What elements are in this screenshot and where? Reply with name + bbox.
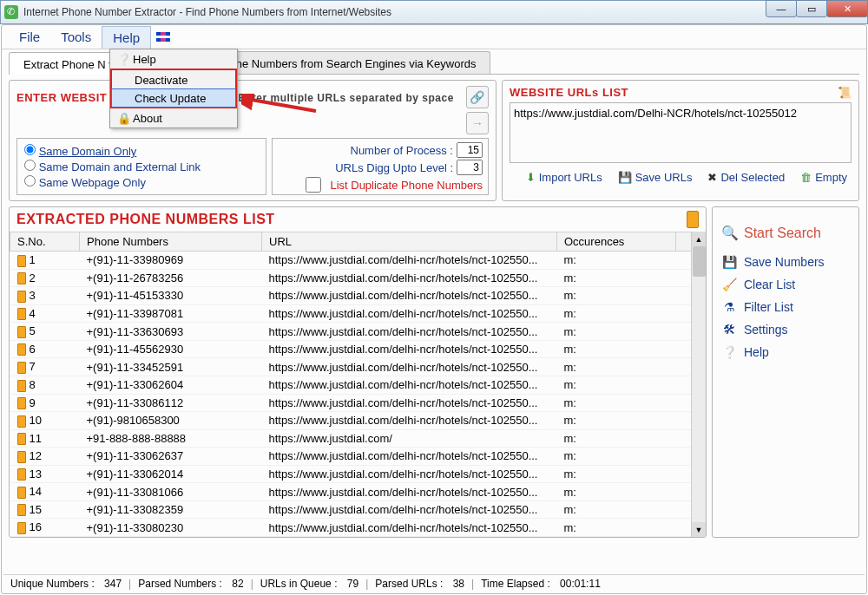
urls-listbox[interactable]: https://www.justdial.com/Delhi-NCR/hotel… (510, 102, 852, 163)
col-url[interactable]: URL (262, 232, 557, 252)
phone-badge-icon (687, 211, 699, 228)
status-time: 00:01:11 (560, 578, 601, 590)
phone-row-icon (17, 415, 26, 428)
statusbar: Unique Numbers : 347| Parsed Numbers : 8… (3, 574, 865, 592)
phone-row-icon (17, 397, 26, 409)
phone-row-icon (17, 272, 26, 284)
go-button[interactable]: → (466, 112, 489, 134)
status-unique-label: Unique Numbers : (10, 578, 95, 590)
status-unique: 347 (104, 578, 122, 590)
col-phone[interactable]: Phone Numbers (80, 232, 262, 252)
import-urls-button[interactable]: ⬇Import URLs (522, 168, 607, 186)
url-hint: Enter multiple URLs separated by space (238, 92, 453, 104)
table-row[interactable]: 9+(91)-11-33086112https://www.justdial.c… (10, 394, 706, 412)
search-icon: 🔍 (721, 225, 737, 241)
opt-same-external[interactable]: Same Domain and External Link (24, 160, 259, 173)
save-numbers-button[interactable]: 💾Save Numbers (721, 255, 850, 269)
col-sno[interactable]: S.No. (10, 232, 80, 252)
maximize-button[interactable]: ▭ (796, 0, 827, 17)
help-menu-about[interactable]: 🔒About (110, 108, 237, 128)
delete-icon: ✖ (707, 171, 717, 184)
window-title: Internet Phone Number Extractor - Find P… (23, 6, 391, 18)
opt-same-webpage[interactable]: Same Webpage Only (24, 175, 259, 189)
empty-button[interactable]: 🗑Empty (796, 168, 852, 186)
about-icon: 🔒 (115, 112, 133, 125)
num-process-input[interactable] (457, 142, 483, 158)
phone-row-icon (17, 380, 26, 392)
phone-row-icon (17, 433, 26, 445)
extracted-title: EXTRACTED PHONE NUMBERS LIST (16, 212, 275, 227)
gear-icon: 🛠 (721, 323, 737, 337)
table-row[interactable]: 10+(91)-9810658300https://www.justdial.c… (10, 412, 706, 430)
phone-row-icon (17, 468, 26, 481)
table-row[interactable]: 16+(91)-11-33080230https://www.justdial.… (10, 519, 706, 537)
status-time-label: Time Elapsed : (481, 578, 550, 590)
settings-button[interactable]: 🛠Settings (721, 323, 850, 337)
digg-level-label: URLs Digg Upto Level : (335, 161, 453, 174)
phone-row-icon (17, 487, 26, 499)
table-row[interactable]: 11+91-888-888-88888https://www.justdial.… (10, 429, 706, 448)
help-icon: ❔ (115, 53, 133, 66)
scroll-thumb[interactable] (693, 246, 706, 277)
help-menu-check-update[interactable]: Check Update (111, 88, 236, 108)
extracted-list-panel: EXTRACTED PHONE NUMBERS LIST S.No. Phone… (9, 206, 707, 538)
start-search-button[interactable]: 🔍Start Search (721, 225, 850, 241)
col-occ[interactable]: Occurences (557, 232, 676, 252)
table-row[interactable]: 4+(91)-11-33987081https://www.justdial.c… (10, 304, 706, 323)
digg-level-input[interactable] (457, 160, 483, 175)
urls-panel-title: WEBSITE URLs LIST (510, 86, 628, 99)
phone-row-icon (17, 326, 26, 338)
table-row[interactable]: 14+(91)-11-33081066https://www.justdial.… (10, 483, 706, 501)
table-row[interactable]: 8+(91)-11-33062604https://www.justdial.c… (10, 376, 706, 394)
help-button[interactable]: ❔Help (721, 345, 850, 359)
table-row[interactable]: 2+(91)-11-26783256https://www.justdial.c… (10, 269, 706, 287)
link-icon[interactable]: 🔗 (466, 86, 489, 108)
clear-icon: 🧹 (721, 278, 737, 291)
close-button[interactable]: ✕ (826, 0, 868, 17)
dup-checkbox[interactable] (300, 177, 326, 193)
window-controls: — ▭ ✕ (766, 1, 867, 17)
help-menu-deactivate[interactable]: Deactivate (112, 70, 235, 89)
table-row[interactable]: 1+(91)-11-33980969https://www.justdial.c… (10, 252, 706, 270)
table-row[interactable]: 5+(91)-11-33630693https://www.justdial.c… (10, 323, 706, 341)
phone-row-icon (17, 343, 26, 356)
table-row[interactable]: 7+(91)-11-33452591https://www.justdial.c… (10, 358, 706, 376)
minimize-button[interactable]: — (766, 0, 797, 17)
menu-file[interactable]: File (9, 26, 50, 48)
save-urls-button[interactable]: 💾Save URLs (614, 168, 697, 186)
status-purls-label: Parsed URLs : (375, 578, 443, 590)
phone-row-icon (17, 255, 26, 267)
help-menu-help[interactable]: ❔Help (110, 49, 237, 69)
phone-row-icon (17, 504, 26, 516)
flag-uk-icon[interactable] (156, 32, 170, 42)
results-scrollbar[interactable]: ▲ ▼ (691, 232, 706, 537)
del-selected-button[interactable]: ✖Del Selected (703, 168, 789, 186)
opt-same-domain[interactable]: Same Domain Only (24, 144, 259, 158)
scroll-up[interactable]: ▲ (692, 232, 706, 246)
url-list-item[interactable]: https://www.justdial.com/Delhi-NCR/hotel… (514, 107, 847, 120)
clear-list-button[interactable]: 🧹Clear List (721, 278, 850, 291)
table-row[interactable]: 12+(91)-11-33062637https://www.justdial.… (10, 448, 706, 466)
table-row[interactable]: 6+(91)-11-45562930https://www.justdial.c… (10, 340, 706, 358)
table-row[interactable]: 3+(91)-11-45153330https://www.justdial.c… (10, 287, 706, 305)
filter-list-button[interactable]: ⚗Filter List (721, 300, 850, 314)
app-icon (4, 5, 18, 19)
status-parsed-label: Parsed Numbers : (138, 578, 222, 590)
num-process-label: Number of Process : (351, 144, 454, 157)
menu-help[interactable]: Help (102, 26, 151, 49)
status-queue-label: URLs in Queue : (260, 578, 338, 590)
phone-row-icon (17, 291, 26, 303)
import-icon: ⬇ (526, 171, 536, 184)
menubar: File Tools Help (2, 25, 866, 49)
crawl-params: Number of Process : URLs Digg Upto Level… (272, 138, 489, 195)
table-row[interactable]: 13+(91)-11-33062014https://www.justdial.… (10, 465, 706, 483)
status-parsed: 82 (232, 578, 243, 590)
menu-tools[interactable]: Tools (50, 26, 102, 48)
phone-row-icon (17, 362, 26, 374)
filter-icon: ⚗ (721, 300, 737, 314)
scroll-down[interactable]: ▼ (692, 522, 706, 537)
enter-website-panel: ENTER WEBSIT Enter multiple URLs separat… (9, 80, 496, 201)
table-row[interactable]: 15+(91)-11-33082359https://www.justdial.… (10, 500, 706, 519)
scroll-icon: 📜 (838, 86, 852, 99)
status-purls: 38 (453, 578, 464, 590)
